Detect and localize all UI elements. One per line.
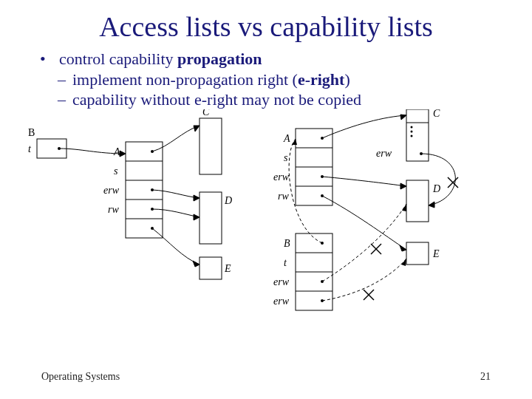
footer-left: Operating Systems xyxy=(41,371,120,383)
svg-rect-40 xyxy=(406,242,429,265)
capability-diagram: B t A s erw rw C D xyxy=(22,109,510,353)
sub-1-tail: ) xyxy=(344,70,349,89)
sub-1-strong: e-right xyxy=(298,70,345,89)
sub-bullet-1: implement non-propagation right (e-right… xyxy=(53,69,502,90)
label-B: B xyxy=(28,127,35,138)
svg-rect-11 xyxy=(200,118,222,174)
slide-body: control capability propagation implement… xyxy=(0,43,532,110)
bullet-1: control capability propagation xyxy=(53,49,502,69)
label-E-r: E xyxy=(432,248,440,259)
label-rw-1: rw xyxy=(108,204,119,215)
right-arrows-dashed xyxy=(322,204,406,301)
label-erw-r1: erw xyxy=(273,171,290,183)
svg-marker-46 xyxy=(401,259,406,266)
right-box-a: A s erw rw xyxy=(273,129,332,205)
svg-rect-39 xyxy=(406,180,429,222)
sub-bullet-2: capability without e-right may not be co… xyxy=(53,89,502,110)
svg-marker-45 xyxy=(402,204,406,211)
svg-point-37 xyxy=(411,135,413,137)
label-erw-r3: erw xyxy=(273,296,290,307)
slide-title: Access lists vs capability lists xyxy=(0,0,532,43)
svg-rect-33 xyxy=(406,109,429,161)
label-t-r: t xyxy=(284,257,287,268)
left-box-d: D xyxy=(200,192,232,244)
label-s-r: s xyxy=(284,152,288,163)
svg-marker-42 xyxy=(400,183,406,189)
label-s: s xyxy=(114,166,118,177)
label-t: t xyxy=(28,143,32,154)
label-E: E xyxy=(224,263,231,274)
right-box-b: B t erw erw xyxy=(273,233,332,310)
label-C-r: C xyxy=(433,109,440,119)
svg-marker-47 xyxy=(429,202,434,208)
label-erw-1: erw xyxy=(103,185,120,196)
right-box-e: E xyxy=(406,242,440,265)
svg-rect-12 xyxy=(200,192,222,244)
svg-marker-17 xyxy=(194,214,200,220)
label-erw-r2: erw xyxy=(273,276,290,287)
left-box-b: B t xyxy=(28,127,66,158)
label-rw-r1: rw xyxy=(278,191,289,202)
label-B-r: B xyxy=(284,238,290,249)
svg-marker-16 xyxy=(194,195,200,201)
svg-marker-41 xyxy=(400,115,406,120)
label-D-r: D xyxy=(432,183,440,194)
svg-rect-13 xyxy=(200,257,222,279)
right-arrows-solid xyxy=(322,115,406,251)
right-box-c: C erw xyxy=(376,109,440,161)
svg-point-35 xyxy=(411,126,413,129)
svg-marker-14 xyxy=(120,151,126,157)
label-erw-rc: erw xyxy=(376,148,392,159)
svg-point-36 xyxy=(411,131,413,133)
right-box-d: D xyxy=(406,180,440,222)
label-A-r: A xyxy=(283,133,290,144)
svg-marker-18 xyxy=(193,261,200,267)
svg-marker-15 xyxy=(194,126,200,132)
label-D: D xyxy=(224,195,232,206)
footer-right: 21 xyxy=(480,371,491,383)
svg-marker-43 xyxy=(400,245,406,251)
left-box-c: C xyxy=(200,109,222,174)
bullet-1-strong: propagation xyxy=(177,50,262,68)
label-C: C xyxy=(202,109,210,117)
sub-1-text: implement non-propagation right ( xyxy=(72,70,298,89)
bullet-1-text: control capability xyxy=(59,50,174,68)
left-box-e: E xyxy=(200,257,231,279)
